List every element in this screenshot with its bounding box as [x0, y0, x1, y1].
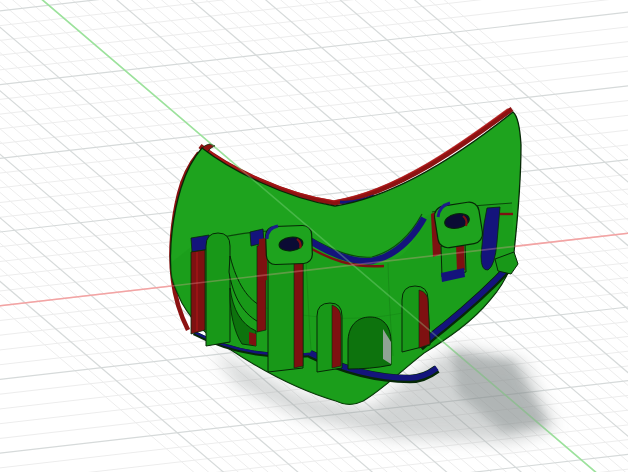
cad-viewport-window — [0, 0, 628, 472]
finger-a-red-side — [332, 305, 341, 368]
arch-window-red-stripe — [249, 332, 256, 346]
grid-line-x — [0, 448, 628, 472]
tab-1-finger-red-side — [294, 260, 303, 368]
finger-1[interactable] — [206, 233, 230, 346]
left-rib-red-band — [191, 250, 205, 334]
grid-line-x — [0, 435, 628, 472]
viewport-canvas[interactable] — [0, 0, 628, 472]
